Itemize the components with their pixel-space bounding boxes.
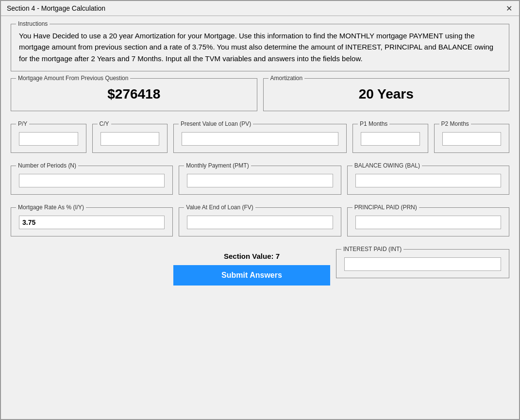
instructions-text: You Have Decided to use a 20 year Amorti… [19,30,501,64]
bal-input[interactable] [355,174,501,187]
py-input[interactable] [19,132,78,146]
submit-button[interactable]: Submit Answers [173,265,330,286]
iy-legend: Mortgage Rate As % (I/Y) [16,204,86,211]
iy-box: Mortgage Rate As % (I/Y) [11,207,173,236]
mortgage-amount-value: $276418 [19,83,249,104]
prn-legend: PRINCIPAL PAID (PRN) [352,204,419,211]
int-box: INTEREST PAID (INT) [336,249,509,278]
mortgage-amount-legend: Mortgage Amount From Previous Question [16,75,130,82]
row-iy-fv-prn: Mortgage Rate As % (I/Y) Value At End of… [11,207,509,243]
row-py-pv-months: P/Y C/Y Present Value of Loan (PV) P1 Mo… [11,124,509,160]
amortization-legend: Amortization [268,75,305,82]
row-n-pmt-bal: Number of Periods (N) Monthly Payment (P… [11,166,509,202]
p2-months-legend: P2 Months [439,120,471,127]
pmt-input[interactable] [187,174,333,187]
cy-input[interactable] [101,132,160,146]
iy-input[interactable] [19,216,165,229]
fv-box: Value At End of Loan (FV) [179,207,341,236]
py-legend: P/Y [16,120,29,127]
int-input[interactable] [344,257,501,271]
bal-legend: BALANCE OWING (BAL) [352,162,422,169]
py-box: P/Y [11,124,86,153]
amortization-box: Amortization 20 Years [263,78,510,111]
fv-input[interactable] [187,216,333,229]
n-box: Number of Periods (N) [11,166,173,195]
instructions-box: Instructions You Have Decided to use a 2… [11,24,509,71]
p1-months-input[interactable] [361,132,420,146]
p2-months-input[interactable] [442,132,502,146]
p1-p2-group: P1 Months P2 Months [352,124,509,160]
p1-months-legend: P1 Months [358,120,389,127]
window-title: Section 4 - Mortgage Calculation [7,4,105,12]
main-content: Instructions You Have Decided to use a 2… [1,16,519,419]
cy-legend: C/Y [98,120,111,127]
pv-legend: Present Value of Loan (PV) [179,120,253,127]
title-bar: Section 4 - Mortgage Calculation ✕ [1,1,519,16]
fv-legend: Value At End of Loan (FV) [184,204,255,211]
pmt-box: Monthly Payment (PMT) [179,166,341,195]
int-legend: INTEREST PAID (INT) [341,246,403,252]
pv-box: Present Value of Loan (PV) [173,124,347,153]
prn-box: PRINCIPAL PAID (PRN) [347,207,509,236]
n-legend: Number of Periods (N) [16,162,78,169]
p2-months-box: P2 Months [434,124,510,153]
cy-box: C/Y [92,124,168,153]
p1-months-box: P1 Months [352,124,428,153]
pv-input[interactable] [182,132,338,146]
instructions-legend: Instructions [16,20,50,27]
bal-box: BALANCE OWING (BAL) [347,166,509,195]
pmt-legend: Monthly Payment (PMT) [184,162,251,169]
submit-area: Section Value: 7 Submit Answers [173,249,330,286]
row-submit-int: Section Value: 7 Submit Answers INTEREST… [11,249,509,286]
main-window: Section 4 - Mortgage Calculation ✕ Instr… [0,0,520,420]
section-value: Section Value: 7 [173,249,330,263]
row-mortgage-amort: Mortgage Amount From Previous Question $… [11,78,509,118]
py-cy-group: P/Y C/Y [11,124,168,160]
n-input[interactable] [19,174,165,187]
amortization-value: 20 Years [271,83,502,104]
prn-input[interactable] [355,216,501,229]
close-button[interactable]: ✕ [504,4,513,13]
mortgage-amount-box: Mortgage Amount From Previous Question $… [11,78,257,111]
